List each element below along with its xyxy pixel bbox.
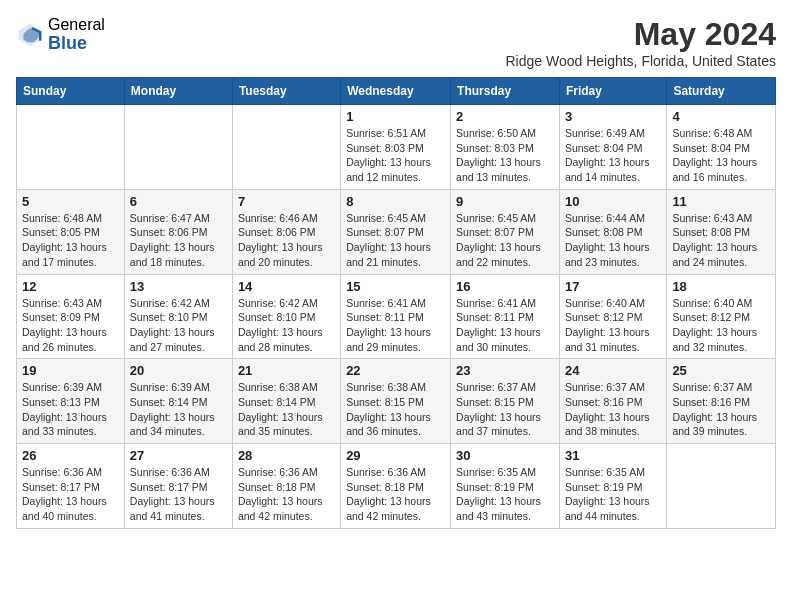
calendar-week-2: 5Sunrise: 6:48 AM Sunset: 8:05 PM Daylig… bbox=[17, 189, 776, 274]
day-number: 26 bbox=[22, 448, 119, 463]
day-number: 17 bbox=[565, 279, 661, 294]
day-info: Sunrise: 6:37 AM Sunset: 8:15 PM Dayligh… bbox=[456, 380, 554, 439]
logo-icon bbox=[16, 21, 44, 49]
weekday-header-friday: Friday bbox=[559, 78, 666, 105]
calendar-cell: 5Sunrise: 6:48 AM Sunset: 8:05 PM Daylig… bbox=[17, 189, 125, 274]
calendar-cell: 19Sunrise: 6:39 AM Sunset: 8:13 PM Dayli… bbox=[17, 359, 125, 444]
day-info: Sunrise: 6:38 AM Sunset: 8:15 PM Dayligh… bbox=[346, 380, 445, 439]
day-info: Sunrise: 6:37 AM Sunset: 8:16 PM Dayligh… bbox=[672, 380, 770, 439]
day-number: 8 bbox=[346, 194, 445, 209]
calendar-cell bbox=[124, 105, 232, 190]
day-number: 25 bbox=[672, 363, 770, 378]
day-info: Sunrise: 6:40 AM Sunset: 8:12 PM Dayligh… bbox=[565, 296, 661, 355]
calendar-table: SundayMondayTuesdayWednesdayThursdayFrid… bbox=[16, 77, 776, 529]
day-info: Sunrise: 6:45 AM Sunset: 8:07 PM Dayligh… bbox=[346, 211, 445, 270]
calendar-cell: 11Sunrise: 6:43 AM Sunset: 8:08 PM Dayli… bbox=[667, 189, 776, 274]
calendar-cell: 26Sunrise: 6:36 AM Sunset: 8:17 PM Dayli… bbox=[17, 444, 125, 529]
day-number: 13 bbox=[130, 279, 227, 294]
day-number: 2 bbox=[456, 109, 554, 124]
logo-text: General Blue bbox=[48, 16, 105, 53]
location: Ridge Wood Heights, Florida, United Stat… bbox=[505, 53, 776, 69]
calendar-cell: 2Sunrise: 6:50 AM Sunset: 8:03 PM Daylig… bbox=[451, 105, 560, 190]
page-header: General Blue May 2024 Ridge Wood Heights… bbox=[16, 16, 776, 69]
calendar-cell: 8Sunrise: 6:45 AM Sunset: 8:07 PM Daylig… bbox=[341, 189, 451, 274]
calendar-cell: 30Sunrise: 6:35 AM Sunset: 8:19 PM Dayli… bbox=[451, 444, 560, 529]
calendar-cell: 24Sunrise: 6:37 AM Sunset: 8:16 PM Dayli… bbox=[559, 359, 666, 444]
calendar-cell bbox=[17, 105, 125, 190]
day-info: Sunrise: 6:47 AM Sunset: 8:06 PM Dayligh… bbox=[130, 211, 227, 270]
day-number: 6 bbox=[130, 194, 227, 209]
day-number: 19 bbox=[22, 363, 119, 378]
logo-blue: Blue bbox=[48, 34, 105, 54]
calendar-body: 1Sunrise: 6:51 AM Sunset: 8:03 PM Daylig… bbox=[17, 105, 776, 529]
day-info: Sunrise: 6:38 AM Sunset: 8:14 PM Dayligh… bbox=[238, 380, 335, 439]
calendar-week-4: 19Sunrise: 6:39 AM Sunset: 8:13 PM Dayli… bbox=[17, 359, 776, 444]
day-number: 24 bbox=[565, 363, 661, 378]
calendar-cell: 13Sunrise: 6:42 AM Sunset: 8:10 PM Dayli… bbox=[124, 274, 232, 359]
day-info: Sunrise: 6:49 AM Sunset: 8:04 PM Dayligh… bbox=[565, 126, 661, 185]
day-info: Sunrise: 6:44 AM Sunset: 8:08 PM Dayligh… bbox=[565, 211, 661, 270]
day-info: Sunrise: 6:41 AM Sunset: 8:11 PM Dayligh… bbox=[456, 296, 554, 355]
day-number: 7 bbox=[238, 194, 335, 209]
calendar-week-5: 26Sunrise: 6:36 AM Sunset: 8:17 PM Dayli… bbox=[17, 444, 776, 529]
day-number: 31 bbox=[565, 448, 661, 463]
weekday-header-wednesday: Wednesday bbox=[341, 78, 451, 105]
day-number: 12 bbox=[22, 279, 119, 294]
day-info: Sunrise: 6:43 AM Sunset: 8:08 PM Dayligh… bbox=[672, 211, 770, 270]
day-number: 11 bbox=[672, 194, 770, 209]
calendar-cell: 23Sunrise: 6:37 AM Sunset: 8:15 PM Dayli… bbox=[451, 359, 560, 444]
day-info: Sunrise: 6:48 AM Sunset: 8:04 PM Dayligh… bbox=[672, 126, 770, 185]
day-info: Sunrise: 6:50 AM Sunset: 8:03 PM Dayligh… bbox=[456, 126, 554, 185]
month-title: May 2024 bbox=[505, 16, 776, 53]
logo-general: General bbox=[48, 16, 105, 34]
weekday-header-row: SundayMondayTuesdayWednesdayThursdayFrid… bbox=[17, 78, 776, 105]
day-info: Sunrise: 6:35 AM Sunset: 8:19 PM Dayligh… bbox=[456, 465, 554, 524]
day-number: 9 bbox=[456, 194, 554, 209]
day-info: Sunrise: 6:46 AM Sunset: 8:06 PM Dayligh… bbox=[238, 211, 335, 270]
day-number: 22 bbox=[346, 363, 445, 378]
calendar-cell: 4Sunrise: 6:48 AM Sunset: 8:04 PM Daylig… bbox=[667, 105, 776, 190]
day-info: Sunrise: 6:36 AM Sunset: 8:18 PM Dayligh… bbox=[238, 465, 335, 524]
day-number: 5 bbox=[22, 194, 119, 209]
calendar-cell: 15Sunrise: 6:41 AM Sunset: 8:11 PM Dayli… bbox=[341, 274, 451, 359]
calendar-cell: 7Sunrise: 6:46 AM Sunset: 8:06 PM Daylig… bbox=[232, 189, 340, 274]
day-info: Sunrise: 6:36 AM Sunset: 8:18 PM Dayligh… bbox=[346, 465, 445, 524]
day-info: Sunrise: 6:48 AM Sunset: 8:05 PM Dayligh… bbox=[22, 211, 119, 270]
day-info: Sunrise: 6:40 AM Sunset: 8:12 PM Dayligh… bbox=[672, 296, 770, 355]
weekday-header-saturday: Saturday bbox=[667, 78, 776, 105]
day-info: Sunrise: 6:35 AM Sunset: 8:19 PM Dayligh… bbox=[565, 465, 661, 524]
calendar-cell: 21Sunrise: 6:38 AM Sunset: 8:14 PM Dayli… bbox=[232, 359, 340, 444]
calendar-cell: 22Sunrise: 6:38 AM Sunset: 8:15 PM Dayli… bbox=[341, 359, 451, 444]
day-number: 23 bbox=[456, 363, 554, 378]
calendar-cell: 29Sunrise: 6:36 AM Sunset: 8:18 PM Dayli… bbox=[341, 444, 451, 529]
day-number: 14 bbox=[238, 279, 335, 294]
day-number: 20 bbox=[130, 363, 227, 378]
calendar-cell: 27Sunrise: 6:36 AM Sunset: 8:17 PM Dayli… bbox=[124, 444, 232, 529]
day-info: Sunrise: 6:43 AM Sunset: 8:09 PM Dayligh… bbox=[22, 296, 119, 355]
day-info: Sunrise: 6:36 AM Sunset: 8:17 PM Dayligh… bbox=[22, 465, 119, 524]
day-number: 27 bbox=[130, 448, 227, 463]
calendar-cell: 9Sunrise: 6:45 AM Sunset: 8:07 PM Daylig… bbox=[451, 189, 560, 274]
calendar-cell: 31Sunrise: 6:35 AM Sunset: 8:19 PM Dayli… bbox=[559, 444, 666, 529]
weekday-header-thursday: Thursday bbox=[451, 78, 560, 105]
day-info: Sunrise: 6:41 AM Sunset: 8:11 PM Dayligh… bbox=[346, 296, 445, 355]
day-number: 29 bbox=[346, 448, 445, 463]
day-number: 28 bbox=[238, 448, 335, 463]
day-info: Sunrise: 6:39 AM Sunset: 8:13 PM Dayligh… bbox=[22, 380, 119, 439]
weekday-header-monday: Monday bbox=[124, 78, 232, 105]
calendar-cell bbox=[667, 444, 776, 529]
day-info: Sunrise: 6:42 AM Sunset: 8:10 PM Dayligh… bbox=[130, 296, 227, 355]
title-block: May 2024 Ridge Wood Heights, Florida, Un… bbox=[505, 16, 776, 69]
weekday-header-tuesday: Tuesday bbox=[232, 78, 340, 105]
day-info: Sunrise: 6:39 AM Sunset: 8:14 PM Dayligh… bbox=[130, 380, 227, 439]
calendar-cell: 6Sunrise: 6:47 AM Sunset: 8:06 PM Daylig… bbox=[124, 189, 232, 274]
day-number: 1 bbox=[346, 109, 445, 124]
calendar-cell: 12Sunrise: 6:43 AM Sunset: 8:09 PM Dayli… bbox=[17, 274, 125, 359]
day-number: 18 bbox=[672, 279, 770, 294]
day-info: Sunrise: 6:42 AM Sunset: 8:10 PM Dayligh… bbox=[238, 296, 335, 355]
calendar-cell: 1Sunrise: 6:51 AM Sunset: 8:03 PM Daylig… bbox=[341, 105, 451, 190]
calendar-cell: 3Sunrise: 6:49 AM Sunset: 8:04 PM Daylig… bbox=[559, 105, 666, 190]
calendar-cell: 10Sunrise: 6:44 AM Sunset: 8:08 PM Dayli… bbox=[559, 189, 666, 274]
day-info: Sunrise: 6:45 AM Sunset: 8:07 PM Dayligh… bbox=[456, 211, 554, 270]
calendar-cell bbox=[232, 105, 340, 190]
